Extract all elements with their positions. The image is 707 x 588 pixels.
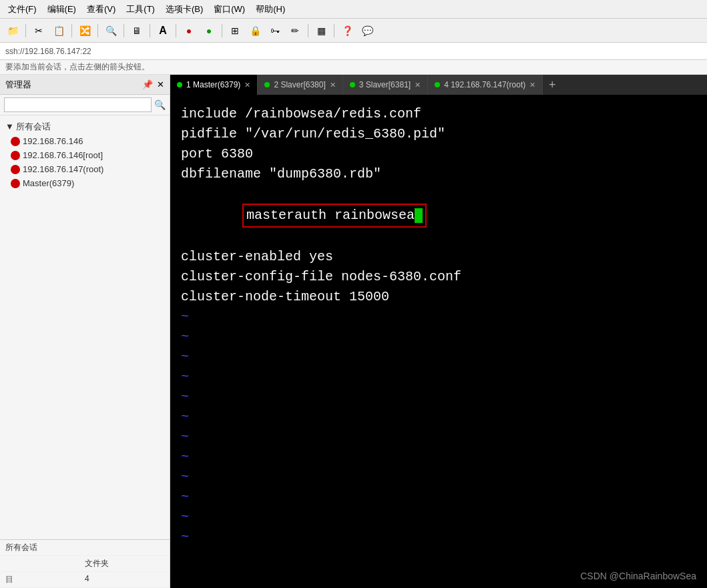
sidebar-bottom-row-3-label: 目 — [5, 574, 85, 585]
tab-1-label: 1 Master(6379) — [186, 80, 240, 89]
tree-icon-2 — [11, 151, 20, 160]
sidebar-close-icon[interactable]: ✕ — [157, 79, 164, 89]
terminal-tilde-10: ~ — [181, 487, 696, 507]
tab-3-slaver-6381[interactable]: 3 Slaver[6381] ✕ — [343, 75, 428, 95]
tab-1-master-6379[interactable]: 1 Master(6379) ✕ — [170, 75, 258, 95]
toolbar: 📁 ✂ 📋 🔀 🔍 🖥 A ● ● ⊞ 🔒 🗝 ✏ ▦ ❓ 💬 — [0, 19, 707, 43]
toolbar-sep-4 — [124, 24, 124, 37]
terminal-tilde-3: ~ — [181, 347, 696, 367]
terminal-line-3: port 6380 — [181, 144, 696, 164]
terminal-line-1: include /rainbowsea/redis.conf — [181, 104, 696, 124]
tree-icon-4 — [11, 179, 20, 188]
sidebar-section-all-sessions[interactable]: ▼ 所有会话 — [0, 119, 170, 134]
toolbar-monitor-icon[interactable]: 🖥 — [128, 22, 146, 39]
terminal-tilde-4: ~ — [181, 367, 696, 387]
sidebar-header: 管理器 📌 ✕ — [0, 75, 170, 95]
sidebar-bottom-row-2-value: 文件夹 — [85, 558, 164, 569]
hintbar: 要添加当前会话，点击左侧的箭头按钮。 — [0, 60, 707, 75]
sidebar-search: 🔍 — [0, 95, 170, 115]
toolbar-search-icon[interactable]: 🔍 — [102, 22, 120, 39]
toolbar-key-icon[interactable]: 🗝 — [266, 22, 284, 39]
toolbar-chat-icon[interactable]: 💬 — [359, 22, 376, 39]
terminal-tilde-12: ~ — [181, 527, 696, 547]
menu-help[interactable]: 帮助(H) — [250, 2, 290, 17]
highlight-masterauth: masterauth rainbowsea — [242, 204, 427, 228]
terminal-line-2: pidfile "/var/run/redis_6380.pid" — [181, 124, 696, 144]
toolbar-lock-icon[interactable]: 🔒 — [246, 22, 264, 39]
sidebar-tree: ▼ 所有会话 192.168.76.146 192.168.76.146[roo… — [0, 115, 170, 539]
sidebar-item-192-168-76-146[interactable]: 192.168.76.146 — [0, 134, 170, 148]
watermark: CSDN @ChinaRainbowSea — [580, 571, 696, 581]
toolbar-edit-icon[interactable]: ✏ — [286, 22, 304, 39]
terminal-line-7: cluster-config-file nodes-6380.conf — [181, 267, 696, 287]
terminal-tilde-9: ~ — [181, 467, 696, 487]
terminal-tilde-6: ~ — [181, 407, 696, 427]
terminal-line-6: cluster-enabled yes — [181, 247, 696, 267]
tab-4-label: 4 192.168.76.147(root) — [444, 80, 525, 89]
sidebar-bottom-row-2: 文件夹 — [0, 556, 170, 572]
sidebar-item-master-6379[interactable]: Master(6379) — [0, 176, 170, 190]
tab-2-dot — [264, 82, 270, 87]
tree-label-2: 192.168.76.146[root] — [23, 150, 103, 160]
terminal-tilde-2: ~ — [181, 327, 696, 347]
sidebar-bottom-row-3-value: 4 — [85, 574, 164, 585]
terminal-tilde-7: ~ — [181, 427, 696, 447]
sidebar-bottom: 所有会话 文件夹 目 4 — [0, 539, 170, 588]
main-layout: 管理器 📌 ✕ 🔍 ▼ 所有会话 192.168.76.146 192.168.… — [0, 75, 707, 588]
tab-add-button[interactable]: + — [543, 75, 561, 95]
terminal[interactable]: include /rainbowsea/redis.conf pidfile "… — [170, 96, 707, 588]
toolbar-copy-icon[interactable]: 📋 — [50, 22, 67, 39]
sidebar-header-icons: 📌 ✕ — [142, 79, 164, 89]
tab-1-close[interactable]: ✕ — [244, 81, 250, 89]
tree-label-4: Master(6379) — [23, 178, 74, 188]
menubar: 文件(F) 编辑(E) 查看(V) 工具(T) 选项卡(B) 窗口(W) 帮助(… — [0, 0, 707, 19]
search-icon[interactable]: 🔍 — [154, 99, 166, 110]
toolbar-cut-icon[interactable]: ✂ — [30, 22, 47, 39]
tab-3-label: 3 Slaver[6381] — [359, 80, 411, 89]
tree-label-3: 192.168.76.147(root) — [23, 164, 103, 174]
toolbar-green-icon[interactable]: ● — [200, 22, 218, 39]
tree-icon-1 — [11, 137, 20, 146]
toolbar-folder-icon[interactable]: 📁 — [4, 22, 21, 39]
tab-2-slaver-6380[interactable]: 2 Slaver[6380] ✕ — [258, 75, 342, 95]
content-area: 1 Master(6379) ✕ 2 Slaver[6380] ✕ 3 Slav… — [170, 75, 707, 588]
terminal-tilde-11: ~ — [181, 507, 696, 527]
terminal-tilde-5: ~ — [181, 387, 696, 407]
menu-edit[interactable]: 编辑(E) — [42, 2, 81, 17]
toolbar-grid-icon[interactable]: ▦ — [312, 22, 330, 39]
sidebar-item-192-168-76-147-root[interactable]: 192.168.76.147(root) — [0, 162, 170, 176]
menu-tabs[interactable]: 选项卡(B) — [160, 2, 208, 17]
sidebar-bottom-row-3: 目 4 — [0, 572, 170, 588]
toolbar-help-icon[interactable]: ❓ — [338, 22, 356, 39]
tab-1-dot — [177, 82, 182, 87]
sidebar-all-sessions-label: ▼ 所有会话 — [5, 121, 51, 131]
sidebar-bottom-row-1-value: 所有会话 — [5, 542, 164, 553]
terminal-cursor — [415, 208, 423, 223]
toolbar-sep-8 — [308, 24, 308, 37]
menu-file[interactable]: 文件(F) — [3, 2, 42, 17]
sidebar-pin-icon[interactable]: 📌 — [142, 79, 153, 89]
tab-3-dot — [350, 82, 355, 87]
sidebar-bottom-row-2-label — [5, 558, 85, 569]
addressbar: ssh://192.168.76.147:22 — [0, 43, 707, 60]
menu-view[interactable]: 查看(V) — [81, 2, 121, 17]
toolbar-sep-2 — [71, 24, 72, 37]
toolbar-red-icon[interactable]: ● — [180, 22, 198, 39]
tab-4-close[interactable]: ✕ — [529, 81, 535, 89]
tab-4-192-168-76-147-root[interactable]: 4 192.168.76.147(root) ✕ — [428, 75, 543, 95]
tree-icon-3 — [11, 165, 20, 174]
sidebar-item-192-168-76-146-root[interactable]: 192.168.76.146[root] — [0, 148, 170, 162]
terminal-line-5: masterauth rainbowsea — [181, 184, 696, 247]
toolbar-sep-7 — [222, 24, 222, 37]
menu-tools[interactable]: 工具(T) — [121, 2, 160, 17]
toolbar-expand-icon[interactable]: ⊞ — [226, 22, 244, 39]
toolbar-font-icon[interactable]: A — [154, 22, 172, 39]
menu-window[interactable]: 窗口(W) — [208, 2, 250, 17]
address-text: ssh://192.168.76.147:22 — [5, 47, 91, 56]
sidebar-search-input[interactable] — [4, 97, 152, 112]
tab-2-close[interactable]: ✕ — [330, 81, 336, 89]
toolbar-nav-icon[interactable]: 🔀 — [76, 22, 93, 39]
sidebar: 管理器 📌 ✕ 🔍 ▼ 所有会话 192.168.76.146 192.168.… — [0, 75, 170, 588]
tab-3-close[interactable]: ✕ — [415, 81, 421, 89]
sidebar-bottom-row-1: 所有会话 — [0, 540, 170, 556]
